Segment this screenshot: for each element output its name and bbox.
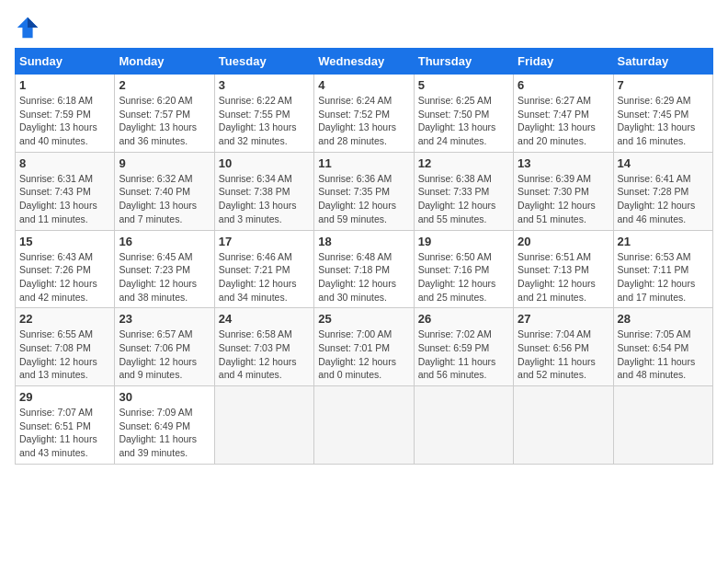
day-number: 13 — [518, 156, 609, 170]
daylight-text: Daylight: 12 hours and 9 minutes. — [119, 355, 210, 382]
calendar-cell: 5 Sunrise: 6:25 AM Sunset: 7:50 PM Dayli… — [414, 75, 513, 153]
sunrise-text: Sunrise: 6:39 AM — [518, 172, 609, 186]
sunset-text: Sunset: 6:56 PM — [518, 341, 609, 355]
day-number: 29 — [19, 390, 110, 404]
daylight-text: Daylight: 13 hours and 11 minutes. — [19, 199, 110, 225]
calendar-cell: 14 Sunrise: 6:41 AM Sunset: 7:28 PM Dayl… — [613, 152, 712, 230]
day-detail: Sunrise: 7:04 AM Sunset: 6:56 PM Dayligh… — [518, 327, 609, 382]
calendar-cell: 8 Sunrise: 6:31 AM Sunset: 7:43 PM Dayli… — [16, 152, 115, 230]
daylight-text: Daylight: 12 hours and 25 minutes. — [418, 277, 509, 304]
sunrise-text: Sunrise: 6:45 AM — [119, 250, 210, 264]
day-number: 11 — [318, 156, 409, 170]
day-number: 5 — [418, 78, 509, 92]
page-header — [15, 15, 713, 40]
calendar-cell — [613, 386, 712, 465]
week-row-4: 22 Sunrise: 6:55 AM Sunset: 7:08 PM Dayl… — [16, 308, 713, 386]
day-number: 27 — [518, 312, 609, 326]
day-detail: Sunrise: 7:02 AM Sunset: 6:59 PM Dayligh… — [418, 327, 509, 382]
sunrise-text: Sunrise: 7:00 AM — [318, 327, 409, 341]
header-thursday: Thursday — [414, 49, 513, 75]
day-detail: Sunrise: 6:43 AM Sunset: 7:26 PM Dayligh… — [19, 250, 110, 304]
sunset-text: Sunset: 7:33 PM — [418, 185, 509, 199]
calendar-cell: 23 Sunrise: 6:57 AM Sunset: 7:06 PM Dayl… — [115, 308, 214, 386]
daylight-text: Daylight: 12 hours and 38 minutes. — [119, 277, 210, 304]
sunset-text: Sunset: 7:47 PM — [518, 108, 609, 121]
sunset-text: Sunset: 7:59 PM — [19, 108, 110, 121]
daylight-text: Daylight: 12 hours and 21 minutes. — [518, 277, 609, 304]
sunset-text: Sunset: 7:38 PM — [219, 185, 310, 199]
week-row-2: 8 Sunrise: 6:31 AM Sunset: 7:43 PM Dayli… — [16, 152, 713, 230]
svg-marker-1 — [28, 17, 38, 28]
sunrise-text: Sunrise: 7:07 AM — [19, 406, 110, 419]
sunrise-text: Sunrise: 6:29 AM — [618, 94, 709, 108]
day-detail: Sunrise: 6:50 AM Sunset: 7:16 PM Dayligh… — [418, 250, 509, 304]
calendar-cell: 6 Sunrise: 6:27 AM Sunset: 7:47 PM Dayli… — [514, 75, 613, 153]
sunset-text: Sunset: 7:23 PM — [119, 263, 210, 277]
day-number: 3 — [219, 78, 310, 92]
day-number: 10 — [219, 156, 310, 170]
day-number: 25 — [318, 312, 409, 326]
day-number: 30 — [119, 390, 210, 404]
calendar-cell: 9 Sunrise: 6:32 AM Sunset: 7:40 PM Dayli… — [115, 152, 214, 230]
daylight-text: Daylight: 12 hours and 51 minutes. — [518, 199, 609, 225]
sunset-text: Sunset: 7:11 PM — [618, 263, 709, 277]
day-number: 23 — [119, 312, 210, 326]
day-number: 7 — [618, 78, 709, 92]
daylight-text: Daylight: 13 hours and 36 minutes. — [119, 121, 210, 147]
calendar-cell: 11 Sunrise: 6:36 AM Sunset: 7:35 PM Dayl… — [314, 152, 414, 230]
sunset-text: Sunset: 7:26 PM — [19, 263, 110, 277]
daylight-text: Daylight: 11 hours and 48 minutes. — [618, 355, 709, 382]
sunset-text: Sunset: 7:03 PM — [219, 341, 310, 355]
day-number: 8 — [19, 156, 110, 170]
calendar-cell: 30 Sunrise: 7:09 AM Sunset: 6:49 PM Dayl… — [115, 386, 214, 465]
daylight-text: Daylight: 12 hours and 55 minutes. — [418, 199, 509, 225]
day-number: 2 — [119, 78, 210, 92]
day-detail: Sunrise: 6:36 AM Sunset: 7:35 PM Dayligh… — [318, 172, 409, 226]
daylight-text: Daylight: 11 hours and 39 minutes. — [119, 432, 210, 459]
calendar-cell: 26 Sunrise: 7:02 AM Sunset: 6:59 PM Dayl… — [414, 308, 513, 386]
daylight-text: Daylight: 12 hours and 59 minutes. — [318, 199, 409, 225]
day-number: 20 — [518, 235, 609, 248]
sunset-text: Sunset: 7:40 PM — [119, 185, 210, 199]
daylight-text: Daylight: 11 hours and 52 minutes. — [518, 355, 609, 382]
daylight-text: Daylight: 13 hours and 28 minutes. — [318, 121, 409, 147]
sunrise-text: Sunrise: 6:34 AM — [219, 172, 310, 186]
sunrise-text: Sunrise: 7:05 AM — [618, 327, 709, 341]
day-number: 24 — [219, 312, 310, 326]
day-detail: Sunrise: 6:58 AM Sunset: 7:03 PM Dayligh… — [219, 327, 310, 382]
day-detail: Sunrise: 6:22 AM Sunset: 7:55 PM Dayligh… — [219, 94, 310, 148]
day-detail: Sunrise: 6:29 AM Sunset: 7:45 PM Dayligh… — [618, 94, 709, 148]
day-detail: Sunrise: 6:48 AM Sunset: 7:18 PM Dayligh… — [318, 250, 409, 304]
calendar-cell: 1 Sunrise: 6:18 AM Sunset: 7:59 PM Dayli… — [16, 75, 115, 153]
day-detail: Sunrise: 6:20 AM Sunset: 7:57 PM Dayligh… — [119, 94, 210, 148]
day-number: 4 — [318, 78, 409, 92]
calendar-cell — [414, 386, 513, 465]
sunrise-text: Sunrise: 6:24 AM — [318, 94, 409, 108]
calendar-cell — [514, 386, 613, 465]
day-detail: Sunrise: 6:53 AM Sunset: 7:11 PM Dayligh… — [618, 250, 709, 304]
header-saturday: Saturday — [613, 49, 712, 75]
day-detail: Sunrise: 6:51 AM Sunset: 7:13 PM Dayligh… — [518, 250, 609, 304]
sunset-text: Sunset: 7:06 PM — [119, 341, 210, 355]
daylight-text: Daylight: 12 hours and 42 minutes. — [19, 277, 110, 304]
logo — [15, 15, 44, 40]
sunrise-text: Sunrise: 7:02 AM — [418, 327, 509, 341]
day-number: 9 — [119, 156, 210, 170]
day-number: 12 — [418, 156, 509, 170]
sunset-text: Sunset: 6:54 PM — [618, 341, 709, 355]
day-number: 28 — [618, 312, 709, 326]
daylight-text: Daylight: 13 hours and 24 minutes. — [418, 121, 509, 147]
header-wednesday: Wednesday — [314, 49, 414, 75]
daylight-text: Daylight: 12 hours and 17 minutes. — [618, 277, 709, 304]
daylight-text: Daylight: 11 hours and 43 minutes. — [19, 432, 110, 459]
week-row-3: 15 Sunrise: 6:43 AM Sunset: 7:26 PM Dayl… — [16, 230, 713, 308]
day-number: 22 — [19, 312, 110, 326]
header-friday: Friday — [514, 49, 613, 75]
day-number: 21 — [618, 235, 709, 248]
day-number: 1 — [19, 78, 110, 92]
calendar-cell: 27 Sunrise: 7:04 AM Sunset: 6:56 PM Dayl… — [514, 308, 613, 386]
sunrise-text: Sunrise: 6:41 AM — [618, 172, 709, 186]
day-detail: Sunrise: 6:32 AM Sunset: 7:40 PM Dayligh… — [119, 172, 210, 226]
day-detail: Sunrise: 6:18 AM Sunset: 7:59 PM Dayligh… — [19, 94, 110, 148]
sunset-text: Sunset: 7:28 PM — [618, 185, 709, 199]
